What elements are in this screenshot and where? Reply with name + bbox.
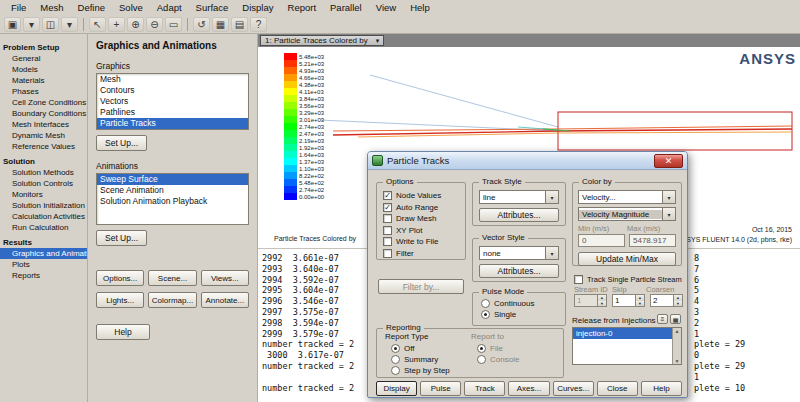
spinner-arrows-icon[interactable]: ▴▾ (597, 295, 606, 306)
graphics-item-contours[interactable]: Contours (97, 85, 248, 96)
checkbox-filter[interactable]: Filter (377, 248, 465, 260)
radio-off[interactable]: Off (383, 343, 450, 354)
select-pointer-icon[interactable]: ↖ (89, 17, 106, 32)
radio-file[interactable]: File (469, 343, 519, 354)
menu-item-display[interactable]: Display (235, 1, 280, 14)
grid-icon[interactable]: ▦ (670, 314, 681, 324)
max-field[interactable]: 5478.917 (629, 234, 676, 247)
snapshot-dropdown-icon[interactable]: ▾ (61, 17, 78, 32)
menu-item-file[interactable]: File (4, 1, 33, 14)
help-icon[interactable]: ? (250, 17, 267, 32)
min-field[interactable]: 0 (578, 234, 625, 247)
stream-id-spinner[interactable]: 1 ▴▾ (574, 294, 607, 307)
filter-by-button[interactable]: Filter by... (378, 279, 464, 294)
grid-icon[interactable]: ▦ (212, 17, 229, 32)
chevron-down-icon[interactable]: ▾ (662, 191, 675, 203)
dialog-button-close[interactable]: Close (597, 381, 638, 396)
menu-item-adapt[interactable]: Adapt (150, 1, 189, 14)
menu-item-report[interactable]: Report (281, 1, 324, 14)
tree-item-boundary-conditions[interactable]: Boundary Conditions (0, 108, 87, 119)
graphics-list[interactable]: MeshContoursVectorsPathlinesParticle Tra… (96, 73, 249, 130)
chevron-down-icon[interactable]: ▾ (545, 247, 558, 259)
tree-item-monitors[interactable]: Monitors (0, 189, 87, 200)
list-icon[interactable]: ≡ (657, 314, 668, 324)
snapshot-icon[interactable]: ◫ (42, 17, 59, 32)
zoom-in-icon[interactable]: ⊕ (127, 17, 144, 32)
radio-continuous[interactable]: Continuous (473, 298, 565, 309)
tree-item-reports[interactable]: Reports (0, 270, 87, 281)
graphics-item-mesh[interactable]: Mesh (97, 74, 248, 85)
track-single-checkbox[interactable]: Track Single Particle Stream (574, 274, 682, 286)
tree-item-phases[interactable]: Phases (0, 86, 87, 97)
injections-list[interactable]: injection-0 ▲▼ (572, 327, 682, 365)
dialog-button-display[interactable]: Display (376, 381, 417, 396)
tree-item-graphics-and-animations[interactable]: Graphics and Animations (0, 248, 87, 259)
animations-list[interactable]: Sweep SurfaceScene AnimationSolution Ani… (96, 173, 249, 225)
menu-item-surface[interactable]: Surface (189, 1, 236, 14)
radio-single[interactable]: Single (473, 309, 565, 320)
zoom-out-icon[interactable]: ⊖ (146, 17, 163, 32)
layout-icon[interactable]: ▤ (231, 17, 248, 32)
tree-item-solution-initialization[interactable]: Solution Initialization (0, 200, 87, 211)
coarsen-spinner[interactable]: 2 ▴▾ (650, 294, 683, 307)
viewport-selector[interactable]: 1: Particle Traces Colored by ▾ (260, 35, 384, 46)
skip-spinner[interactable]: 1 ▴▾ (612, 294, 645, 307)
animations-item-sweep-surface[interactable]: Sweep Surface (97, 174, 248, 185)
graphics-item-particle-tracks[interactable]: Particle Tracks (97, 118, 248, 129)
tree-item-solution-controls[interactable]: Solution Controls (0, 178, 87, 189)
chevron-down-icon[interactable]: ▾ (545, 191, 558, 203)
graphics-item-vectors[interactable]: Vectors (97, 96, 248, 107)
checkbox-write-to-file[interactable]: Write to File (377, 236, 465, 248)
spinner-arrows-icon[interactable]: ▴▾ (635, 295, 644, 306)
panel-button-scene[interactable]: Scene... (148, 270, 196, 286)
spinner-arrows-icon[interactable]: ▴▾ (673, 295, 682, 306)
tree-item-calculation-activities[interactable]: Calculation Activities (0, 211, 87, 222)
checkbox-node-values[interactable]: ✓Node Values (377, 190, 465, 202)
dialog-button-axes[interactable]: Axes... (508, 381, 549, 396)
animations-setup-button[interactable]: Set Up... (96, 230, 147, 246)
save-icon[interactable]: ▣ (4, 17, 21, 32)
dialog-titlebar[interactable]: Particle Tracks ✕ (368, 152, 687, 170)
panel-button-annotate[interactable]: Annotate... (201, 292, 249, 308)
menu-item-parallel[interactable]: Parallel (323, 1, 369, 14)
graphics-item-pathlines[interactable]: Pathlines (97, 107, 248, 118)
rotate-view-icon[interactable]: ↺ (193, 17, 210, 32)
tree-item-materials[interactable]: Materials (0, 75, 87, 86)
close-icon[interactable]: ✕ (654, 154, 683, 168)
dialog-button-help[interactable]: Help (641, 381, 682, 396)
panel-button-lights[interactable]: Lights... (96, 292, 144, 308)
checkbox-xy-plot[interactable]: XY Plot (377, 225, 465, 237)
graphics-setup-button[interactable]: Set Up... (96, 135, 147, 151)
dialog-button-track[interactable]: Track (464, 381, 505, 396)
save-dropdown-icon[interactable]: ▾ (23, 17, 40, 32)
tree-item-cell-zone-conditions[interactable]: Cell Zone Conditions (0, 97, 87, 108)
radio-step-by-step[interactable]: Step by Step (383, 365, 450, 376)
panel-help-button[interactable]: Help (96, 324, 150, 340)
dialog-button-pulse[interactable]: Pulse (420, 381, 461, 396)
track-attributes-button[interactable]: Attributes... (479, 208, 559, 222)
menu-item-mesh[interactable]: Mesh (33, 1, 70, 14)
checkbox-auto-range[interactable]: ✓Auto Range (377, 202, 465, 214)
radio-summary[interactable]: Summary (383, 354, 450, 365)
tree-item-general[interactable]: General (0, 53, 87, 64)
menu-item-view[interactable]: View (369, 1, 403, 14)
menu-item-help[interactable]: Help (403, 1, 437, 14)
chevron-down-icon[interactable]: ▾ (662, 208, 675, 220)
pan-icon[interactable]: + (108, 17, 125, 32)
menu-item-define[interactable]: Define (71, 1, 112, 14)
checkbox-draw-mesh[interactable]: Draw Mesh (377, 213, 465, 225)
color-by-category-select[interactable]: Velocity... ▾ (578, 190, 676, 204)
tree-item-run-calculation[interactable]: Run Calculation (0, 222, 87, 233)
dialog-button-curves[interactable]: Curves... (553, 381, 594, 396)
panel-button-views[interactable]: Views... (201, 270, 249, 286)
tree-item-solution-methods[interactable]: Solution Methods (0, 167, 87, 178)
color-by-field-select[interactable]: Velocity Magnitude ▾ (578, 207, 676, 221)
tree-item-dynamic-mesh[interactable]: Dynamic Mesh (0, 130, 87, 141)
tree-item-plots[interactable]: Plots (0, 259, 87, 270)
injection-item-injection-0[interactable]: injection-0 (573, 328, 681, 339)
tree-item-reference-values[interactable]: Reference Values (0, 141, 87, 152)
track-style-select[interactable]: line ▾ (479, 190, 559, 204)
zoom-box-icon[interactable]: ▭ (165, 17, 182, 32)
tree-item-mesh-interfaces[interactable]: Mesh Interfaces (0, 119, 87, 130)
vector-style-select[interactable]: none ▾ (479, 246, 559, 260)
